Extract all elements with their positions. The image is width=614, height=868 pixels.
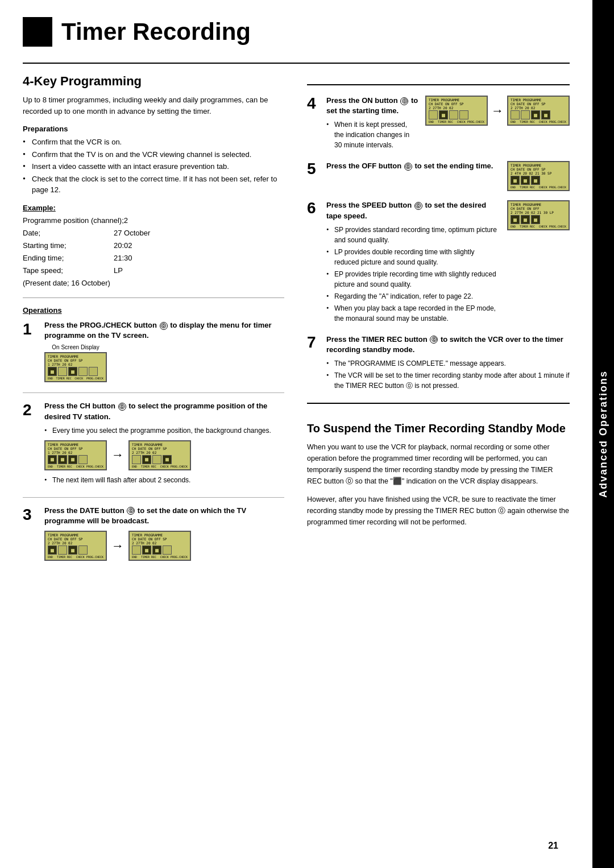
digit <box>132 545 141 555</box>
lcd-top: TIMER PROGRAMME <box>511 163 566 167</box>
step-6-bullet5: When you play back a tape recorded in th… <box>326 303 500 324</box>
ex-val: 27 October <box>114 227 150 239</box>
lcd-bottom: END TIMER REC CHECK PROG.CHECK <box>48 465 103 468</box>
lcd-bottom: END TIMER REC CHECK PROG.CHECK <box>429 120 484 123</box>
lcd-screen-2a: TIMER PROGRAMME CH DATE ON OFF SP 1 27TH… <box>44 440 107 470</box>
lcd-bottom: END TIMER REC CHECK PROG.CHECK <box>132 555 188 559</box>
lcd-screen-3b: TIMER PROGRAMME CH DATE ON OFF SP 2 27TH… <box>128 531 191 561</box>
step-4-text: Press the ON button ⓪ to set the startin… <box>326 96 418 116</box>
lcd-screen-6: TIMER PROGRAMME CH DATE ON OFF 2 27TH 20… <box>507 200 570 230</box>
digit: ■ <box>58 455 67 464</box>
step-divider-2-3 <box>23 497 284 498</box>
step-4-screens: TIMER PROGRAMME CH DATE ON OFF SP 2 27TH… <box>425 96 570 126</box>
lcd-screen-2b: TIMER PROGRAMME CH DATE ON OFF SP 2 27TH… <box>128 440 191 470</box>
digit: ■ <box>68 545 77 555</box>
suspend-para1: When you want to use the VCR for playbac… <box>307 441 570 487</box>
button-icon: ⓪ <box>430 336 438 344</box>
lcd-digits: ■ ■ <box>511 110 566 119</box>
main-content: Timer Recording 4-Key Programming Up to … <box>0 0 592 868</box>
lcd-r2: CH DATE ON OFF <box>511 206 566 210</box>
suspend-para2: However, after you have finished using t… <box>307 494 570 528</box>
ex-val: 21:30 <box>114 252 132 264</box>
two-column-layout: 4-Key Programming Up to 8 timer programm… <box>23 74 570 576</box>
lcd-screen-3a: TIMER PROGRAMME CH DATE ON OFF SP 2 27TH… <box>44 531 107 561</box>
lcd-digits: ■ ■ ■ <box>48 455 103 464</box>
lcd-digits: ■ ■ ■ <box>511 215 566 224</box>
digit <box>521 110 530 119</box>
digit: ■ <box>521 215 530 224</box>
step-5-content: Press the OFF button ⓪ to set the ending… <box>326 161 570 191</box>
step-3-content: Press the DATE button ⓪ to set the date … <box>44 506 284 565</box>
operations-label: Operations <box>23 306 284 315</box>
step-2-bullet: Every time you select the programme posi… <box>44 425 284 436</box>
lcd-digits: ■ ■ <box>132 455 188 464</box>
lcd-screen-4b: TIMER PROGRAMME CH DATE ON OFF SP 2 27TH… <box>507 96 570 126</box>
preparations-list: Confirm that the VCR is on. Confirm that… <box>23 137 284 196</box>
screen-label-group: On Screen Display TIMER PROGRAMME CH DAT… <box>44 344 107 382</box>
lcd-r3: 2 27TH 20 02 21 30 LP <box>511 210 566 214</box>
button-icon: ⓪ <box>160 322 168 330</box>
lcd-r3: 2 27TH 20 02 <box>511 106 566 110</box>
suspend-title: To Suspend the Timer Recording Standby M… <box>307 421 570 436</box>
button-icon: ⓪ <box>400 97 408 105</box>
digit <box>78 455 88 464</box>
lcd-digits: ■ <box>429 110 484 119</box>
step-6-content: Press the SPEED button ⓪ to set the desi… <box>326 200 570 325</box>
header: Timer Recording <box>23 17 570 47</box>
ex-key: Tape speed; <box>23 264 114 277</box>
digit <box>58 545 67 555</box>
header-divider <box>23 63 570 64</box>
lcd-row3: 1 27TH 20 02 <box>48 362 103 366</box>
sidebar-label: Advanced Operations <box>598 370 609 498</box>
step-number-6: 6 <box>307 200 321 216</box>
step-6-bullet1: SP provides standard recording time, opt… <box>326 225 500 245</box>
digit <box>459 110 468 119</box>
lcd-bottom: END TIMER REC CHECK PROG.CHECK <box>48 377 103 380</box>
step-number-7: 7 <box>307 334 321 350</box>
step-6-bullet2: LP provides double recording time with s… <box>326 247 500 267</box>
digit: ■ <box>142 455 151 464</box>
lcd-top: TIMER PROGRAMME <box>429 98 484 102</box>
lcd-r2: CH DATE ON OFF SP <box>132 537 188 541</box>
ex-val: LP <box>114 264 123 277</box>
digit <box>449 110 458 119</box>
digit: ■ <box>439 110 448 119</box>
list-item: Check that the clock is set to the corre… <box>23 173 284 196</box>
ex-val: 2 <box>124 214 128 227</box>
lcd-r2: CH DATE ON OFF SP <box>429 102 484 106</box>
table-row: Ending time; 21:30 <box>23 252 284 264</box>
step-5: 5 Press the OFF button ⓪ to set the endi… <box>307 161 570 191</box>
step-3: 3 Press the DATE button ⓪ to set the dat… <box>23 506 284 565</box>
lcd-r3: 1 27TH 20 02 <box>48 450 103 454</box>
lcd-r2: CH DATE ON OFF SP <box>132 447 188 450</box>
example-block: Example: Programme position (channel); 2… <box>23 204 284 290</box>
lcd-digits: ■ ■ <box>48 367 103 376</box>
lcd-r3: 2 4TH 20 02 21 30 SP <box>511 171 566 175</box>
step-number-5: 5 <box>307 161 321 177</box>
step-3-screens: TIMER PROGRAMME CH DATE ON OFF SP 2 27TH… <box>44 531 284 561</box>
step-7: 7 Press the TIMER REC button ⓪ to switch… <box>307 334 570 392</box>
digit <box>78 367 88 376</box>
ex-key: Programme position (channel); <box>23 214 124 227</box>
lcd-r3: 2 27TH 20 02 <box>132 541 188 545</box>
preparations-label: Preparations <box>23 125 284 133</box>
step-3-text: Press the DATE button ⓪ to set the date … <box>44 506 284 526</box>
lcd-top: TIMER PROGRAMME <box>511 202 566 206</box>
step-1: 1 Press the PROG./CHECK button ⓪ to disp… <box>23 320 284 382</box>
ex-key: Ending time; <box>23 252 114 264</box>
lcd-r2: CH DATE ON OFF SP <box>511 167 566 171</box>
arrow-right-icon: → <box>111 539 124 553</box>
lcd-top: TIMER PROGRAMME <box>48 533 103 537</box>
digit <box>89 367 98 376</box>
step-2-content: Press the CH button ⓪ to select the prog… <box>44 401 284 486</box>
list-item: Confirm that the VCR is on. <box>23 137 284 148</box>
step-2-text: Press the CH button ⓪ to select the prog… <box>44 401 284 421</box>
timer-icon <box>23 17 52 47</box>
table-row: Tape speed; LP <box>23 264 284 277</box>
preparations-block: Preparations Confirm that the VCR is on.… <box>23 125 284 196</box>
page-number: 21 <box>548 841 558 851</box>
step-7-bullet2: The VCR will be set to the timer recordi… <box>326 370 570 391</box>
lcd-r3: 2 27TH 20 02 <box>132 450 188 454</box>
step-divider-1-2 <box>23 392 284 393</box>
table-row: Starting time; 20:02 <box>23 239 284 252</box>
